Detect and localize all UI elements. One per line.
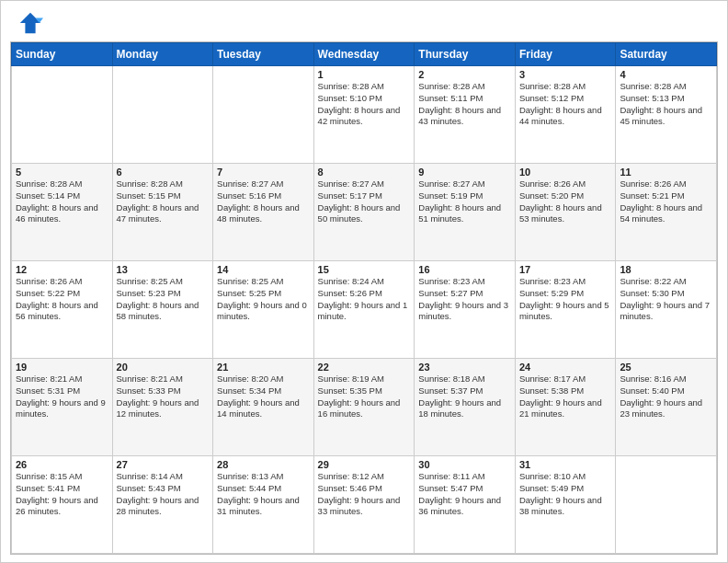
day-cell: 26Sunrise: 8:15 AM Sunset: 5:41 PM Dayli… xyxy=(12,456,113,554)
day-cell: 22Sunrise: 8:19 AM Sunset: 5:35 PM Dayli… xyxy=(313,359,415,456)
day-info: Sunrise: 8:28 AM Sunset: 5:12 PM Dayligh… xyxy=(519,81,611,128)
day-number: 25 xyxy=(620,362,712,373)
header-day-friday: Friday xyxy=(515,43,615,66)
week-row-1: 5Sunrise: 8:28 AM Sunset: 5:14 PM Daylig… xyxy=(12,164,717,261)
day-info: Sunrise: 8:27 AM Sunset: 5:17 PM Dayligh… xyxy=(318,178,411,225)
day-info: Sunrise: 8:28 AM Sunset: 5:15 PM Dayligh… xyxy=(117,178,210,225)
day-number: 20 xyxy=(117,362,210,373)
day-info: Sunrise: 8:23 AM Sunset: 5:27 PM Dayligh… xyxy=(418,276,511,323)
day-cell: 17Sunrise: 8:23 AM Sunset: 5:29 PM Dayli… xyxy=(515,261,615,359)
day-info: Sunrise: 8:19 AM Sunset: 5:35 PM Dayligh… xyxy=(318,373,411,420)
day-cell: 2Sunrise: 8:28 AM Sunset: 5:11 PM Daylig… xyxy=(415,66,516,164)
header-day-monday: Monday xyxy=(112,43,213,66)
day-cell: 11Sunrise: 8:26 AM Sunset: 5:21 PM Dayli… xyxy=(616,164,717,261)
day-number: 18 xyxy=(620,264,712,275)
day-number: 28 xyxy=(217,459,310,470)
day-number: 12 xyxy=(16,264,108,275)
day-info: Sunrise: 8:28 AM Sunset: 5:11 PM Dayligh… xyxy=(418,81,511,128)
day-number: 5 xyxy=(16,167,108,178)
header-row: SundayMondayTuesdayWednesdayThursdayFrid… xyxy=(12,43,717,66)
day-info: Sunrise: 8:22 AM Sunset: 5:30 PM Dayligh… xyxy=(620,276,712,323)
day-cell xyxy=(112,66,213,164)
calendar: SundayMondayTuesdayWednesdayThursdayFrid… xyxy=(10,41,718,555)
day-cell: 28Sunrise: 8:13 AM Sunset: 5:44 PM Dayli… xyxy=(213,456,314,554)
day-cell: 25Sunrise: 8:16 AM Sunset: 5:40 PM Dayli… xyxy=(616,359,717,456)
week-row-0: 1Sunrise: 8:28 AM Sunset: 5:10 PM Daylig… xyxy=(12,66,717,164)
day-cell: 13Sunrise: 8:25 AM Sunset: 5:23 PM Dayli… xyxy=(112,261,213,359)
day-info: Sunrise: 8:25 AM Sunset: 5:25 PM Dayligh… xyxy=(217,276,310,323)
day-info: Sunrise: 8:16 AM Sunset: 5:40 PM Dayligh… xyxy=(620,373,712,420)
day-number: 14 xyxy=(217,264,310,275)
day-number: 19 xyxy=(16,362,108,373)
day-info: Sunrise: 8:21 AM Sunset: 5:33 PM Dayligh… xyxy=(117,373,210,420)
header-day-wednesday: Wednesday xyxy=(313,43,415,66)
header-day-sunday: Sunday xyxy=(12,43,113,66)
day-number: 27 xyxy=(117,459,210,470)
calendar-header: SundayMondayTuesdayWednesdayThursdayFrid… xyxy=(12,43,717,66)
day-number: 22 xyxy=(318,362,411,373)
day-cell: 29Sunrise: 8:12 AM Sunset: 5:46 PM Dayli… xyxy=(313,456,415,554)
day-cell xyxy=(213,66,314,164)
logo-icon xyxy=(17,10,43,36)
day-cell: 19Sunrise: 8:21 AM Sunset: 5:31 PM Dayli… xyxy=(12,359,113,456)
day-cell: 6Sunrise: 8:28 AM Sunset: 5:15 PM Daylig… xyxy=(112,164,213,261)
day-cell: 14Sunrise: 8:25 AM Sunset: 5:25 PM Dayli… xyxy=(213,261,314,359)
day-cell: 9Sunrise: 8:27 AM Sunset: 5:19 PM Daylig… xyxy=(415,164,516,261)
day-info: Sunrise: 8:17 AM Sunset: 5:38 PM Dayligh… xyxy=(519,373,611,420)
day-cell: 1Sunrise: 8:28 AM Sunset: 5:10 PM Daylig… xyxy=(313,66,415,164)
day-info: Sunrise: 8:23 AM Sunset: 5:29 PM Dayligh… xyxy=(519,276,611,323)
day-number: 16 xyxy=(418,264,511,275)
day-info: Sunrise: 8:28 AM Sunset: 5:13 PM Dayligh… xyxy=(620,81,712,128)
calendar-body: 1Sunrise: 8:28 AM Sunset: 5:10 PM Daylig… xyxy=(12,66,717,554)
day-info: Sunrise: 8:26 AM Sunset: 5:22 PM Dayligh… xyxy=(16,276,108,323)
day-cell: 8Sunrise: 8:27 AM Sunset: 5:17 PM Daylig… xyxy=(313,164,415,261)
day-info: Sunrise: 8:27 AM Sunset: 5:16 PM Dayligh… xyxy=(217,178,310,225)
header-day-saturday: Saturday xyxy=(616,43,717,66)
day-number: 29 xyxy=(318,459,411,470)
day-number: 15 xyxy=(318,264,411,275)
day-info: Sunrise: 8:12 AM Sunset: 5:46 PM Dayligh… xyxy=(318,471,411,518)
header-day-tuesday: Tuesday xyxy=(213,43,314,66)
day-cell: 16Sunrise: 8:23 AM Sunset: 5:27 PM Dayli… xyxy=(415,261,516,359)
day-info: Sunrise: 8:28 AM Sunset: 5:14 PM Dayligh… xyxy=(16,178,108,225)
day-cell: 23Sunrise: 8:18 AM Sunset: 5:37 PM Dayli… xyxy=(415,359,516,456)
day-number: 23 xyxy=(418,362,511,373)
day-cell: 20Sunrise: 8:21 AM Sunset: 5:33 PM Dayli… xyxy=(112,359,213,456)
day-number: 26 xyxy=(16,459,108,470)
day-info: Sunrise: 8:15 AM Sunset: 5:41 PM Dayligh… xyxy=(16,471,108,518)
header-day-thursday: Thursday xyxy=(415,43,516,66)
day-number: 10 xyxy=(519,167,611,178)
day-info: Sunrise: 8:21 AM Sunset: 5:31 PM Dayligh… xyxy=(16,373,108,420)
day-cell xyxy=(12,66,113,164)
day-number: 24 xyxy=(519,362,611,373)
day-number: 17 xyxy=(519,264,611,275)
header xyxy=(1,1,727,41)
day-info: Sunrise: 8:14 AM Sunset: 5:43 PM Dayligh… xyxy=(117,471,210,518)
day-info: Sunrise: 8:26 AM Sunset: 5:20 PM Dayligh… xyxy=(519,178,611,225)
day-cell: 24Sunrise: 8:17 AM Sunset: 5:38 PM Dayli… xyxy=(515,359,615,456)
day-cell: 3Sunrise: 8:28 AM Sunset: 5:12 PM Daylig… xyxy=(515,66,615,164)
day-number: 31 xyxy=(519,459,611,470)
day-cell: 27Sunrise: 8:14 AM Sunset: 5:43 PM Dayli… xyxy=(112,456,213,554)
day-number: 1 xyxy=(318,69,411,80)
day-info: Sunrise: 8:26 AM Sunset: 5:21 PM Dayligh… xyxy=(620,178,712,225)
day-info: Sunrise: 8:25 AM Sunset: 5:23 PM Dayligh… xyxy=(117,276,210,323)
day-info: Sunrise: 8:11 AM Sunset: 5:47 PM Dayligh… xyxy=(418,471,511,518)
svg-marker-0 xyxy=(20,13,40,33)
day-cell: 18Sunrise: 8:22 AM Sunset: 5:30 PM Dayli… xyxy=(616,261,717,359)
day-info: Sunrise: 8:28 AM Sunset: 5:10 PM Dayligh… xyxy=(318,81,411,128)
day-cell: 10Sunrise: 8:26 AM Sunset: 5:20 PM Dayli… xyxy=(515,164,615,261)
logo xyxy=(17,10,47,36)
day-info: Sunrise: 8:24 AM Sunset: 5:26 PM Dayligh… xyxy=(318,276,411,323)
day-number: 4 xyxy=(620,69,712,80)
day-info: Sunrise: 8:10 AM Sunset: 5:49 PM Dayligh… xyxy=(519,471,611,518)
day-number: 9 xyxy=(418,167,511,178)
day-number: 2 xyxy=(418,69,511,80)
week-row-2: 12Sunrise: 8:26 AM Sunset: 5:22 PM Dayli… xyxy=(12,261,717,359)
page: SundayMondayTuesdayWednesdayThursdayFrid… xyxy=(0,0,728,563)
day-number: 11 xyxy=(620,167,712,178)
day-number: 21 xyxy=(217,362,310,373)
day-cell: 4Sunrise: 8:28 AM Sunset: 5:13 PM Daylig… xyxy=(616,66,717,164)
day-number: 30 xyxy=(418,459,511,470)
day-info: Sunrise: 8:20 AM Sunset: 5:34 PM Dayligh… xyxy=(217,373,310,420)
